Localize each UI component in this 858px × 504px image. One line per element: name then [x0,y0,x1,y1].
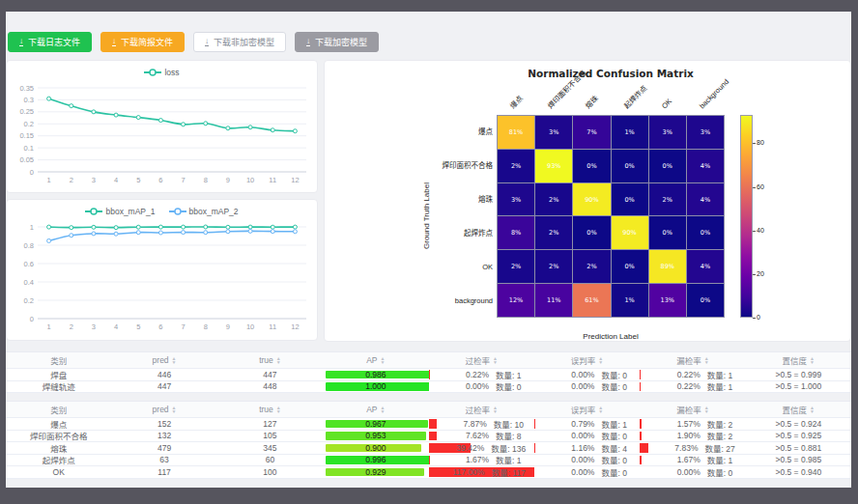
overdetect-cell: 7.62%数量: 8 [429,431,534,443]
svg-text:3: 3 [92,176,96,184]
missdetect-cell: 1.90%数量: 2 [640,431,745,443]
svg-text:4: 4 [114,322,118,331]
sort-icon[interactable]: ▲▼ [172,356,177,364]
cm-cell: 61% [573,284,610,317]
col-header-mis[interactable]: 误判率▲▼ [534,352,640,369]
button-label: 下载非加密模型 [214,36,274,48]
svg-text:5: 5 [136,176,140,184]
sort-icon[interactable]: ▲▼ [704,356,709,364]
sort-icon[interactable]: ▲▼ [493,406,498,413]
cm-row-label: 熔珠 [431,195,493,205]
colorbar-tick-label: 40 [757,227,764,235]
missdetect-cell: 0.00%数量: 0 [640,466,745,479]
download-unencrypted-model-button[interactable]: ↓下载非加密模型 [193,32,286,52]
rate-count: 数量: 1 [496,369,521,380]
sort-icon[interactable]: ▲▼ [810,356,815,364]
sort-icon[interactable]: ▲▼ [381,356,386,364]
col-header-mis[interactable]: 误判率▲▼ [534,402,640,418]
rate-bar [534,443,535,453]
col-header-pred[interactable]: pred▲▼ [111,402,216,418]
col-header-pred[interactable]: pred▲▼ [111,352,216,369]
svg-text:8: 8 [204,176,208,184]
svg-text:11: 11 [269,176,276,184]
col-header-label: pred [153,405,169,414]
col-header-label: true [259,355,273,365]
svg-text:7: 7 [181,176,185,184]
cm-row-label: 爆点 [431,127,493,137]
download-log-button[interactable]: ↓下载日志文件 [8,32,92,52]
download-icon: ↓ [205,38,209,46]
table-row: OK1171000.929117.00%数量: 1170.00%数量: 00.0… [6,466,851,479]
col-header-miss[interactable]: 漏检率▲▼ [640,352,745,369]
col-header-ap[interactable]: AP▲▼ [323,402,428,418]
legend-marker-icon [144,68,161,77]
svg-text:10: 10 [246,176,254,184]
legend-item[interactable]: bbox_mAP_2 [169,207,239,216]
sort-icon[interactable]: ▲▼ [172,406,177,413]
svg-text:0: 0 [30,168,34,177]
overdetect-cell: 7.87%数量: 10 [429,418,534,431]
colorbar-tickmark [753,231,756,232]
ap-value: 0.929 [365,467,386,477]
cm-row-label: 焊印面积不合格 [431,161,493,171]
sort-icon[interactable]: ▲▼ [810,406,815,413]
legend-label: loss [164,68,179,77]
colorbar-tick-label: 60 [757,183,764,191]
rate-value: 1.16% [547,443,594,453]
col-header-miss[interactable]: 漏检率▲▼ [640,402,745,418]
cm-cell: 12% [498,284,534,317]
cm-cell: 2% [573,250,610,283]
rate-bar [534,419,535,429]
cm-cell: 0% [612,150,648,182]
rate-value: 0.00% [547,431,594,440]
class-cell: 焊印面积不合格 [6,431,111,443]
table-row: 焊印面积不合格1321050.9537.62%数量: 80.00%数量: 01.… [6,431,851,443]
svg-text:2: 2 [70,322,73,331]
legend-marker-icon [169,207,186,216]
rate-count: 数量: 4 [601,442,626,454]
col-header-ap[interactable]: AP▲▼ [323,352,428,369]
col-header-over[interactable]: 过检率▲▼ [429,402,534,418]
cm-cell: 8% [498,216,534,249]
cm-cell: 13% [649,284,686,317]
dashboard-main: loss 00.050.10.150.20.250.30.35123456789… [6,60,851,342]
col-header-true[interactable]: true▲▼ [217,402,323,418]
rate-count: 数量: 8 [496,431,521,442]
col-header-label: 误判率 [571,404,596,415]
rate-count: 数量: 0 [601,466,626,478]
cm-cell: 90% [573,183,610,216]
pred-cell: 479 [111,442,216,455]
class-cell: 焊盘 [6,369,111,381]
page-content: ↓下载日志文件↓下载简报文件↓下载非加密模型↓下载加密模型 loss 00.05… [6,12,851,488]
sort-icon[interactable]: ▲▼ [704,406,709,413]
sort-icon[interactable]: ▲▼ [598,406,603,413]
button-label: 下载简报文件 [121,36,173,48]
col-header-conf[interactable]: 置信度▲▼ [746,352,851,369]
ap-value: 0.953 [365,431,386,440]
legend-item[interactable]: bbox_mAP_1 [85,207,155,216]
svg-text:1: 1 [46,176,50,184]
col-header-label: AP [366,405,377,414]
sort-icon[interactable]: ▲▼ [381,406,386,413]
legend-item[interactable]: loss [144,68,179,77]
sort-icon[interactable]: ▲▼ [598,356,603,364]
sort-icon[interactable]: ▲▼ [493,356,498,364]
col-header-over[interactable]: 过检率▲▼ [429,352,534,369]
missdetect-cell: 1.57%数量: 2 [640,418,745,431]
download-report-button[interactable]: ↓下载简报文件 [100,32,185,52]
metrics-tables: 类别pred▲▼true▲▼AP▲▼过检率▲▼误判率▲▼漏检率▲▼置信度▲▼焊盘… [6,351,851,479]
svg-text:0.15: 0.15 [19,131,34,140]
col-header-conf[interactable]: 置信度▲▼ [746,402,851,418]
confidence-cell: >0.5 = 0.985 [746,455,851,467]
confusion-matrix-grid: 81%3%7%1%3%3%2%93%0%0%0%4%3%2%90%0%2%4%8… [497,115,725,318]
rate-value: 1.67% [442,455,489,464]
sort-icon[interactable]: ▲▼ [276,356,281,364]
col-header-label: 漏检率 [676,354,701,366]
svg-text:9: 9 [226,322,230,331]
col-header-true[interactable]: true▲▼ [217,352,323,369]
cm-cell: 0% [573,216,610,249]
col-header-label: 过检率 [465,404,490,415]
download-encrypted-model-button[interactable]: ↓下载加密模型 [295,32,379,52]
rate-count: 数量: 1 [707,455,732,466]
sort-icon[interactable]: ▲▼ [276,406,281,413]
